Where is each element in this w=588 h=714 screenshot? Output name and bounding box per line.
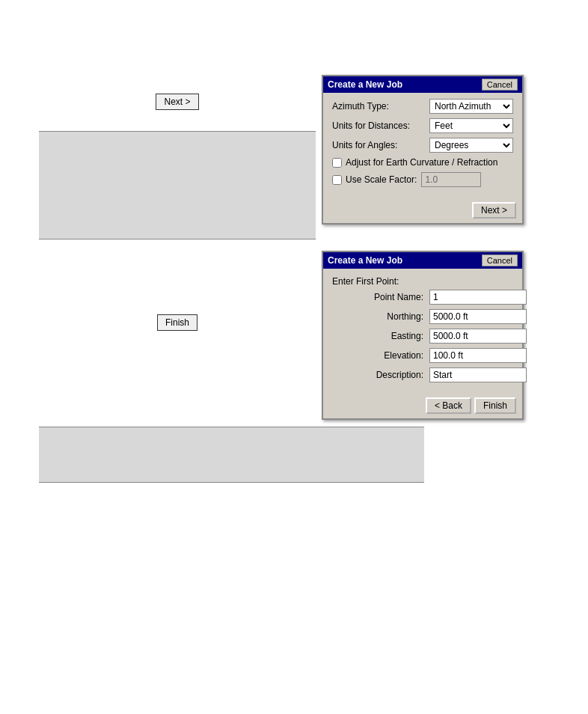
northing-input[interactable] [429,309,527,324]
point-name-input[interactable] [429,290,527,305]
description-row: Description: [332,367,513,382]
angles-row: Units for Angles: Degrees Radians Grads [332,138,513,153]
finish-button[interactable]: Finish [157,314,197,331]
description-label: Description: [332,370,429,380]
dialog2-finish-button[interactable]: Finish [474,397,516,414]
angles-label: Units for Angles: [332,140,429,150]
dialog1-title: Create a New Job [328,79,402,90]
northing-label: Northing: [332,311,429,322]
create-job-dialog-2: Create a New Job Cancel Enter First Poin… [322,251,524,420]
dialog2-title: Create a New Job [328,255,402,266]
dialog2-cancel-button[interactable]: Cancel [482,254,518,266]
earth-curvature-label: Adjust for Earth Curvature / Refraction [346,157,497,168]
easting-input[interactable] [429,329,527,344]
dialog1-footer: Next > [323,199,522,223]
scale-factor-checkbox[interactable] [332,175,342,185]
dialog1-cancel-button[interactable]: Cancel [482,79,518,91]
next-button-area: Next > [39,94,316,110]
dialog2-footer: < Back Finish [323,394,522,418]
enter-first-point-label: Enter First Point: [332,276,513,287]
description-input[interactable] [429,367,527,382]
dialog2-back-button[interactable]: < Back [426,397,471,414]
azimuth-type-label: Azimuth Type: [332,101,429,112]
next-button[interactable]: Next > [156,94,198,110]
dialog1-body: Azimuth Type: North Azimuth South Azimut… [323,93,522,199]
azimuth-type-select[interactable]: North Azimuth South Azimuth [429,99,513,114]
distances-label: Units for Distances: [332,120,429,131]
create-job-dialog-1: Create a New Job Cancel Azimuth Type: No… [322,75,524,225]
earth-curvature-checkbox[interactable] [332,158,342,168]
scale-factor-label: Use Scale Factor: [346,174,417,185]
point-name-label: Point Name: [332,292,429,302]
azimuth-type-row: Azimuth Type: North Azimuth South Azimut… [332,99,513,114]
elevation-input[interactable] [429,348,527,363]
dialog2-body: Enter First Point: Point Name: Northing:… [323,269,522,394]
dialog1-titlebar: Create a New Job Cancel [323,76,522,93]
elevation-row: Elevation: [332,348,513,363]
elevation-label: Elevation: [332,350,429,361]
easting-label: Easting: [332,331,429,341]
background-panel-1 [39,131,316,239]
northing-row: Northing: [332,309,513,324]
easting-row: Easting: [332,329,513,344]
point-name-row: Point Name: [332,290,513,305]
dialog2-titlebar: Create a New Job Cancel [323,252,522,269]
dialog1-next-button[interactable]: Next > [472,202,516,219]
angles-select[interactable]: Degrees Radians Grads [429,138,513,153]
finish-button-area: Finish [39,314,316,331]
distances-row: Units for Distances: Feet Meters US Surv… [332,118,513,133]
scale-factor-input[interactable] [421,172,481,187]
background-panel-2 [39,427,424,483]
distances-select[interactable]: Feet Meters US Survey Feet [429,118,513,133]
earth-curvature-row: Adjust for Earth Curvature / Refraction [332,157,513,168]
scale-factor-row: Use Scale Factor: [332,172,513,187]
